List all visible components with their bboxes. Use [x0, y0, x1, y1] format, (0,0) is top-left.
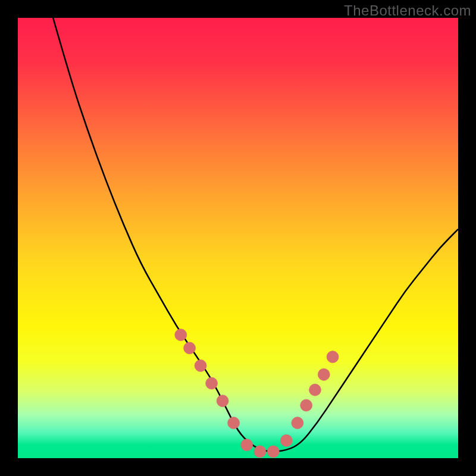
chart-svg [18, 18, 458, 458]
attribution-text: TheBottleneck.com [344, 2, 471, 19]
curve-marker [292, 417, 303, 429]
curve-marker [184, 342, 196, 354]
curve-marker [327, 351, 339, 363]
curve-marker [254, 446, 266, 458]
curve-marker [175, 329, 187, 341]
curve-marker [241, 439, 253, 451]
curve-marker [280, 434, 292, 446]
curve-marker [267, 446, 279, 458]
plot-area [18, 18, 458, 458]
bottleneck-curve [53, 18, 458, 452]
curve-marker [309, 384, 321, 396]
curve-marker [228, 417, 240, 429]
curve-marker [206, 377, 218, 389]
curve-marker [300, 399, 312, 411]
curve-marker [195, 360, 206, 372]
chart-frame: TheBottleneck.com [0, 0, 476, 476]
curve-marker [318, 368, 330, 380]
curve-markers [175, 329, 339, 458]
curve-marker [217, 395, 228, 407]
